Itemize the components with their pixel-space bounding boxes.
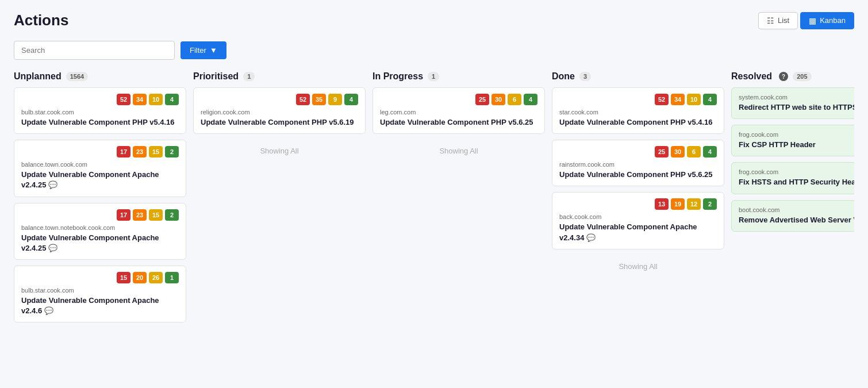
comment-icon: 💬 xyxy=(44,306,53,315)
badge-orange: 20 xyxy=(133,272,147,283)
table-row[interactable]: 1723152balance.town.cook.comUpdate Vulne… xyxy=(14,140,186,197)
col-header-done: Done3 xyxy=(552,71,724,82)
badge-yellow: 12 xyxy=(687,198,701,210)
badge-orange: 19 xyxy=(671,198,685,210)
table-row[interactable]: frog.cook.comFix HSTS and HTTP Security … xyxy=(731,162,854,194)
col-title-prioritised: Prioritised xyxy=(193,71,239,82)
badge-green: 2 xyxy=(165,209,179,221)
card-title: Fix CSP HTTP Header xyxy=(739,140,854,150)
card-title: Update Vulnerable Component PHP v5.6.25 xyxy=(559,170,717,180)
badge-red: 15 xyxy=(117,272,130,283)
card-title: Update Vulnerable Component PHP v5.6.25 xyxy=(380,117,537,128)
kanban-view-button[interactable]: ▦ Kanban xyxy=(800,12,854,29)
badge-orange: 23 xyxy=(133,146,147,157)
badge-yellow: 10 xyxy=(149,94,163,105)
list-view-button[interactable]: ☷ List xyxy=(758,12,798,29)
col-title-done: Done xyxy=(552,71,575,82)
table-row[interactable]: 523594religion.cook.comUpdate Vulnerable… xyxy=(193,87,366,134)
badge-yellow: 15 xyxy=(149,146,163,157)
card-domain: balance.town.cook.com xyxy=(21,161,179,168)
table-row[interactable]: 5234104bulb.star.cook.comUpdate Vulnerab… xyxy=(14,87,186,134)
table-row[interactable]: 253064leg.com.comUpdate Vulnerable Compo… xyxy=(372,87,545,134)
col-cards-done: 5234104star.cook.comUpdate Vulnerable Co… xyxy=(552,87,724,278)
card-title: Update Vulnerable Component PHP v5.4.16 xyxy=(21,117,179,128)
badge-orange: 34 xyxy=(133,94,147,105)
table-row[interactable]: system.cook.comRedirect HTTP web site to… xyxy=(731,87,854,119)
card-badges: 5234104 xyxy=(559,94,717,105)
badge-red: 52 xyxy=(117,94,130,105)
card-title: Update Vulnerable Component Apache v2.4.… xyxy=(21,233,179,253)
toolbar: Filter ▼ xyxy=(14,41,854,60)
badge-green: 1 xyxy=(165,272,179,283)
help-icon: ? xyxy=(779,72,788,81)
card-title: Update Vulnerable Component PHP v5.6.19 xyxy=(201,117,358,128)
table-row[interactable]: 253064rainstorm.cook.comUpdate Vulnerabl… xyxy=(552,140,724,186)
badge-orange: 23 xyxy=(133,209,147,221)
comment-icon: 💬 xyxy=(48,244,57,252)
card-badges: 523594 xyxy=(201,94,358,105)
table-row[interactable]: 1520261bulb.star.cook.comUpdate Vulnerab… xyxy=(14,266,186,322)
table-row[interactable]: 5234104star.cook.comUpdate Vulnerable Co… xyxy=(552,87,724,134)
card-domain: leg.com.com xyxy=(380,109,537,116)
card-title: Update Vulnerable Component PHP v5.4.16 xyxy=(559,117,717,128)
view-toggle: ☷ List ▦ Kanban xyxy=(758,12,854,29)
col-header-unplanned: Unplanned1564 xyxy=(14,71,186,82)
col-title-unplanned: Unplanned xyxy=(14,71,62,82)
badge-yellow: 6 xyxy=(687,146,701,157)
card-badges: 1319122 xyxy=(559,198,717,210)
badge-green: 4 xyxy=(703,146,717,157)
kanban-icon: ▦ xyxy=(809,16,816,25)
badge-red: 52 xyxy=(296,94,310,105)
page-header: Actions ☷ List ▦ Kanban xyxy=(14,11,854,29)
col-cards-in_progress: 253064leg.com.comUpdate Vulnerable Compo… xyxy=(372,87,545,162)
table-row[interactable]: 1723152balance.town.notebook.cook.comUpd… xyxy=(14,203,186,260)
page-title: Actions xyxy=(14,11,68,29)
card-badges: 253064 xyxy=(380,94,537,105)
badge-green: 4 xyxy=(524,94,537,105)
badge-green: 2 xyxy=(165,146,179,157)
card-domain: balance.town.notebook.cook.com xyxy=(21,224,179,231)
card-domain: star.cook.com xyxy=(559,109,717,116)
card-domain: frog.cook.com xyxy=(739,168,854,175)
badge-red: 17 xyxy=(117,146,130,157)
card-title: Update Vulnerable Component Apache v2.4.… xyxy=(21,170,179,190)
col-count-resolved: 205 xyxy=(793,72,811,81)
badge-green: 4 xyxy=(344,94,358,105)
showing-all-label: Showing All xyxy=(193,140,366,162)
card-badges: 253064 xyxy=(559,146,717,157)
badge-orange: 30 xyxy=(671,146,685,157)
badge-yellow: 26 xyxy=(149,272,163,283)
kanban-col-unplanned: Unplanned15645234104bulb.star.cook.comUp… xyxy=(14,71,186,322)
card-badges: 1520261 xyxy=(21,272,179,283)
card-domain: boot.cook.com xyxy=(739,206,854,213)
badge-orange: 35 xyxy=(312,94,326,105)
table-row[interactable]: frog.cook.comFix CSP HTTP Header xyxy=(731,125,854,156)
kanban-col-done: Done35234104star.cook.comUpdate Vulnerab… xyxy=(552,71,724,278)
badge-yellow: 9 xyxy=(328,94,342,105)
col-cards-prioritised: 523594religion.cook.comUpdate Vulnerable… xyxy=(193,87,366,162)
card-badges: 1723152 xyxy=(21,146,179,157)
search-input[interactable] xyxy=(14,41,175,60)
badge-red: 25 xyxy=(655,146,669,157)
card-title: Update Vulnerable Component Apache v2.4.… xyxy=(21,295,179,316)
card-title: Update Vulnerable Component Apache v2.4.… xyxy=(559,222,717,243)
col-count-in_progress: 1 xyxy=(428,72,439,81)
col-count-done: 3 xyxy=(579,72,591,81)
card-domain: system.cook.com xyxy=(739,94,854,101)
badge-yellow: 15 xyxy=(149,209,163,221)
comment-icon: 💬 xyxy=(586,233,596,242)
col-header-prioritised: Prioritised1 xyxy=(193,71,366,82)
showing-all-label: Showing All xyxy=(552,255,724,278)
showing-all-label: Showing All xyxy=(372,140,545,162)
card-title: Redirect HTTP web site to HTTPS xyxy=(739,102,854,113)
filter-button[interactable]: Filter ▼ xyxy=(180,41,226,59)
table-row[interactable]: boot.cook.comRemove Advertised Web Serve… xyxy=(731,200,854,232)
card-title: Remove Advertised Web Server Version xyxy=(739,215,854,225)
card-domain: back.cook.com xyxy=(559,213,717,220)
chevron-down-icon: ▼ xyxy=(210,46,217,55)
badge-yellow: 10 xyxy=(687,94,701,105)
badge-red: 25 xyxy=(475,94,489,105)
table-row[interactable]: 1319122back.cook.comUpdate Vulnerable Co… xyxy=(552,192,724,249)
badge-red: 13 xyxy=(655,198,669,210)
kanban-col-in_progress: In Progress1253064leg.com.comUpdate Vuln… xyxy=(372,71,545,162)
